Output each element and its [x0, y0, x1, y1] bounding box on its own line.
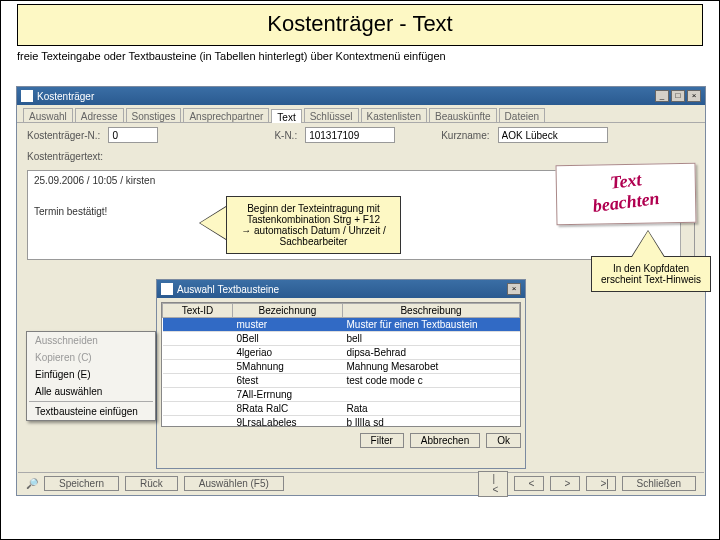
dialog-icon	[161, 283, 173, 295]
col-bezeichnung[interactable]: Bezeichnung	[233, 304, 343, 318]
callout1-l1: Beginn der Texteintragung mit	[235, 203, 392, 214]
table-cell: Muster für einen Textbaustein	[343, 318, 520, 332]
nav-last[interactable]: >|	[586, 476, 616, 491]
table-row[interactable]: 0Bellbell	[163, 332, 520, 346]
callout2-l1: In den Kopfdaten	[600, 263, 702, 274]
header-fieldrow: Kostenträger-N.: K-N.: Kurzname:	[17, 123, 705, 147]
tab-auswahl[interactable]: Auswahl	[23, 108, 73, 122]
auswaehlen-button[interactable]: Auswählen (F5)	[184, 476, 284, 491]
nav-first[interactable]: |<	[478, 471, 508, 497]
kurzname-input[interactable]	[498, 127, 608, 143]
table-cell: bell	[343, 332, 520, 346]
table-cell: 4lgeriao	[233, 346, 343, 360]
table-cell	[163, 402, 233, 416]
dialog-title: Auswahl Textbausteine	[177, 284, 279, 295]
dialog-cancel-button[interactable]: Abbrechen	[410, 433, 480, 448]
table-row[interactable]: 5MahnungMahnung Mesarobet	[163, 360, 520, 374]
col-textid[interactable]: Text-ID	[163, 304, 233, 318]
kt-nr-label: Kostenträger-N.:	[27, 130, 100, 141]
context-menu: Ausschneiden Kopieren (C) Einfügen (E) A…	[26, 331, 156, 421]
app-icon	[21, 90, 33, 102]
slide-caption: freie Texteingabe oder Textbausteine (in…	[17, 50, 703, 62]
table-row[interactable]: 4lgeriaodipsa-Behrad	[163, 346, 520, 360]
dialog-close-button[interactable]: ×	[507, 283, 521, 295]
dialog-ok-button[interactable]: Ok	[486, 433, 521, 448]
dialog-textbausteine: Auswahl Textbausteine × Text-ID Bezeichn…	[156, 279, 526, 469]
table-cell: 6test	[233, 374, 343, 388]
ctx-cut: Ausschneiden	[27, 332, 155, 349]
table-cell: 5Mahnung	[233, 360, 343, 374]
callout1-l3: → automatisch Datum / Uhrzeit /	[235, 225, 392, 236]
callout2-arrow-fill	[632, 231, 664, 257]
table-cell: 0Bell	[233, 332, 343, 346]
col-beschreibung[interactable]: Beschreibung	[343, 304, 520, 318]
callout-kopfdaten: In den Kopfdaten erscheint Text-Hinweis	[591, 256, 711, 292]
close-button[interactable]: ×	[687, 90, 701, 102]
table-cell	[343, 388, 520, 402]
table-cell: 9LrsaLabeles	[233, 416, 343, 428]
table-row[interactable]: 6testtest code mode c	[163, 374, 520, 388]
table-cell: 7All-Errnung	[233, 388, 343, 402]
table-cell: b IllIa sd	[343, 416, 520, 428]
table-cell	[163, 388, 233, 402]
table-cell	[163, 332, 233, 346]
window-title: Kostenträger	[37, 91, 94, 102]
dialog-table[interactable]: Text-ID Bezeichnung Beschreibung musterM…	[161, 302, 521, 427]
table-cell: muster	[233, 318, 343, 332]
table-cell: Rata	[343, 402, 520, 416]
nav-next[interactable]: >	[550, 476, 580, 491]
rueck-button[interactable]: Rück	[125, 476, 178, 491]
table-cell	[163, 318, 233, 332]
tab-ansprechpartner[interactable]: Ansprechpartner	[183, 108, 269, 122]
ctx-paste[interactable]: Einfügen (E)	[27, 366, 155, 383]
tab-kastenlisten[interactable]: Kastenlisten	[361, 108, 427, 122]
callout1-l4: Sachbearbeiter	[235, 236, 392, 247]
nav-prev[interactable]: <	[514, 476, 544, 491]
note-text-beachten: Text beachten	[555, 163, 696, 225]
callout-texteintragung: Beginn der Texteintragung mit Tastenkomb…	[226, 196, 401, 254]
table-cell	[163, 360, 233, 374]
table-cell	[163, 416, 233, 428]
table-row[interactable]: musterMuster für einen Textbaustein	[163, 318, 520, 332]
tab-adresse[interactable]: Adresse	[75, 108, 124, 122]
table-cell	[163, 346, 233, 360]
tab-dateien[interactable]: Dateien	[499, 108, 545, 122]
table-cell: dipsa-Behrad	[343, 346, 520, 360]
table-cell: 8Rata RalC	[233, 402, 343, 416]
table-cell: test code mode c	[343, 374, 520, 388]
ctx-copy: Kopieren (C)	[27, 349, 155, 366]
footerbar: 🔎 Speichern Rück Auswählen (F5) |< < > >…	[18, 472, 704, 494]
kn-input[interactable]	[305, 127, 395, 143]
table-cell	[163, 374, 233, 388]
speichern-button[interactable]: Speichern	[44, 476, 119, 491]
kn-label: K-N.:	[274, 130, 297, 141]
table-row[interactable]: 9LrsaLabelesb IllIa sd	[163, 416, 520, 428]
callout2-l2: erscheint Text-Hinweis	[600, 274, 702, 285]
table-cell: Mahnung Mesarobet	[343, 360, 520, 374]
table-row[interactable]: 8Rata RalCRata	[163, 402, 520, 416]
tab-text[interactable]: Text	[271, 109, 301, 123]
footer-icon: 🔎	[26, 478, 38, 489]
callout1-l2: Tastenkombination Strg + F12	[235, 214, 392, 225]
kttext-label: Kostenträgertext:	[27, 151, 103, 162]
callout1-arrow-fill	[200, 207, 226, 239]
slide-title: Kostenträger - Text	[17, 4, 703, 46]
maximize-button[interactable]: □	[671, 90, 685, 102]
dialog-filter-button[interactable]: Filter	[360, 433, 404, 448]
titlebar: Kostenträger _ □ ×	[17, 87, 705, 105]
tab-sonstiges[interactable]: Sonstiges	[126, 108, 182, 122]
table-row[interactable]: 7All-Errnung	[163, 388, 520, 402]
schliessen-button[interactable]: Schließen	[622, 476, 696, 491]
ctx-selectall[interactable]: Alle auswählen	[27, 383, 155, 400]
kt-nr-input[interactable]	[108, 127, 158, 143]
minimize-button[interactable]: _	[655, 90, 669, 102]
kurzname-label: Kurzname:	[441, 130, 489, 141]
tab-beauskuenfte[interactable]: Beauskünfte	[429, 108, 497, 122]
ctx-insert-textbaustein[interactable]: Textbausteine einfügen	[27, 403, 155, 420]
tabstrip: Auswahl Adresse Sonstiges Ansprechpartne…	[17, 105, 705, 123]
tab-schluessel[interactable]: Schlüssel	[304, 108, 359, 122]
dialog-titlebar: Auswahl Textbausteine ×	[157, 280, 525, 298]
